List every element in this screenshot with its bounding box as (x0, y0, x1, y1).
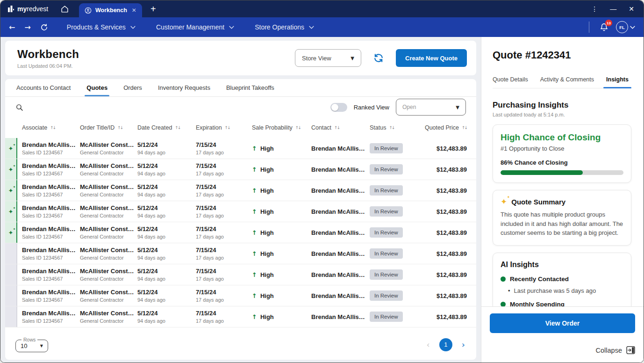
cell-primary-text: Brendan McAllis… (22, 141, 80, 148)
window-menu-icon[interactable]: ⋮ (591, 5, 598, 13)
status-filter-select[interactable]: Open ▼ (396, 99, 466, 116)
ai-insights-title: AI Insights (501, 261, 623, 269)
cell-primary-text: McAllister Const… (80, 141, 137, 148)
store-view-select[interactable]: Store View ▼ (295, 49, 361, 67)
browser-titlebar: myredvest Workbench ✕ + ⋮ — ✕ (0, 0, 644, 17)
column-header-date-created[interactable]: Date Created↑↓ (137, 124, 196, 131)
quoted-price-cell: $12,483.89 (412, 250, 476, 257)
column-header-contact[interactable]: Contact↑↓ (311, 124, 370, 131)
probability-text: High (260, 166, 274, 173)
cell-secondary-text: 94 days ago (137, 255, 196, 261)
tab-accounts-to-contact[interactable]: Accounts to Contact (16, 79, 71, 96)
home-icon[interactable] (57, 5, 72, 13)
table-row[interactable]: ✦Brendan McAllis…Sales ID 1234567McAllis… (5, 180, 476, 201)
table-row[interactable]: Brendan McAllis…Sales ID 1234567McAllist… (5, 264, 476, 285)
table-cell: McAllister Const…General Contractor (80, 204, 137, 218)
page-number[interactable]: 1 (439, 338, 452, 351)
ranked-view-toggle[interactable] (330, 103, 347, 112)
table-cell: McAllister Const…General Contractor (80, 289, 137, 303)
tab-orders[interactable]: Orders (123, 79, 142, 96)
nav-menu-products-services[interactable]: Products & Services (67, 23, 136, 31)
browser-tab-workbench[interactable]: Workbench ✕ (79, 3, 142, 17)
status-cell: In Review (370, 185, 412, 196)
cell-primary-text: 5/12/24 (137, 141, 196, 148)
sort-icon: ↑↓ (334, 125, 339, 130)
window-minimize-icon[interactable]: — (610, 5, 616, 13)
table-row[interactable]: ✦Brendan McAllis…Sales ID 1234567McAllis… (5, 138, 476, 159)
cell-secondary-text: 17 days ago (196, 150, 252, 155)
view-order-button[interactable]: View Order (490, 313, 635, 333)
table-row[interactable]: Brendan McAllis…Sales ID 1234567McAllist… (5, 306, 476, 327)
page-header: Workbench Last Updated 06:04 PM. Store V… (5, 41, 476, 75)
nav-menu-customer-management[interactable]: Customer Management (156, 23, 234, 31)
column-header-status[interactable]: Status↑↓ (370, 124, 412, 131)
cell-primary-text: Brendan McAllis… (311, 229, 370, 236)
cell-secondary-text: Sales ID 1234567 (22, 213, 80, 218)
quoted-price-cell: $12,483.89 (412, 229, 476, 236)
table-cell: 5/12/2494 days ago (137, 204, 196, 218)
sort-icon: ↑↓ (225, 125, 230, 130)
rows-per-page-select[interactable]: Rows 10 ▼ (15, 337, 48, 352)
new-tab-icon[interactable]: + (150, 4, 156, 14)
panel-tab-insights[interactable]: Insights (606, 76, 629, 88)
tab-quotes[interactable]: Quotes (86, 79, 107, 96)
table-cell: 5/12/2494 days ago (137, 183, 196, 197)
sort-icon: ↑↓ (295, 125, 301, 130)
cell-secondary-text: General Contractor (80, 171, 137, 176)
back-icon[interactable]: ← (9, 23, 15, 32)
green-dot-icon (501, 276, 506, 282)
panel-tab-activity-comments[interactable]: Activity & Comments (540, 76, 594, 88)
table-cell: 5/12/2494 days ago (137, 310, 196, 324)
column-header-expiration[interactable]: Expiration↑↓ (196, 124, 252, 131)
table-row[interactable]: Brendan McAllis…Sales ID 1234567McAllist… (5, 243, 476, 264)
cell-secondary-text: 94 days ago (137, 318, 196, 324)
refresh-icon[interactable] (373, 53, 384, 63)
cell-secondary-text: 17 days ago (196, 234, 252, 240)
table-cell: Brendan McAllis… (311, 145, 370, 152)
sale-probability-cell: ↑High (252, 250, 311, 257)
create-new-quote-button[interactable]: Create New Quote (396, 49, 467, 67)
column-label: Contact (311, 124, 331, 131)
status-cell: In Review (370, 269, 412, 280)
forward-icon[interactable]: → (24, 23, 30, 32)
trend-up-icon: ↑ (252, 292, 257, 299)
next-page-icon[interactable]: › (462, 340, 465, 349)
quoted-price-cell: $12,483.89 (412, 208, 476, 215)
dropdown-arrow-icon: ▼ (456, 105, 459, 110)
tab-close-icon[interactable]: ✕ (132, 7, 136, 14)
tab-inventory-requests[interactable]: Inventory Requests (158, 79, 210, 96)
table-cell: Brendan McAllis…Sales ID 1234567 (22, 204, 80, 218)
nav-menu-store-operations[interactable]: Store Operations (255, 23, 314, 31)
previous-page-icon[interactable]: ‹ (427, 340, 430, 349)
sale-probability-cell: ↑High (252, 271, 311, 278)
cell-primary-text: McAllister Const… (80, 289, 137, 296)
probability-text: High (260, 250, 274, 257)
table-cell: Brendan McAllis… (311, 187, 370, 194)
store-view-value: Store View (302, 55, 331, 62)
cell-secondary-text: Sales ID 1234567 (22, 234, 80, 240)
tab-blueprint-takeoffs[interactable]: Blueprint Takeoffs (226, 79, 274, 96)
account-menu[interactable]: FL (616, 21, 635, 33)
table-row[interactable]: ✦Brendan McAllis…Sales ID 1234567McAllis… (5, 201, 476, 222)
table-row[interactable]: ✦Brendan McAllis…Sales ID 1234567McAllis… (5, 159, 476, 180)
table-row[interactable]: Brendan McAllis…Sales ID 1234567McAllist… (5, 285, 476, 306)
collapse-panel-button[interactable]: Collapse (490, 346, 635, 354)
cell-primary-text: McAllister Const… (80, 204, 137, 211)
cell-primary-text: 7/15/24 (196, 310, 252, 317)
notifications-bell-icon[interactable]: 13 (600, 22, 608, 32)
column-header-order-title-id[interactable]: Order Title/ID↑↓ (80, 124, 137, 131)
column-header-associate[interactable]: Associate↑↓ (22, 124, 80, 131)
table-cell: 5/12/2494 days ago (137, 141, 196, 155)
search-icon[interactable] (15, 103, 23, 111)
panel-tab-quote-details[interactable]: Quote Details (493, 76, 528, 88)
column-header-quoted-price[interactable]: Quoted Price↑↓ (412, 124, 476, 131)
table-cell: McAllister Const…General Contractor (80, 225, 137, 240)
cell-secondary-text: 94 days ago (137, 276, 196, 282)
table-row[interactable]: ✦Brendan McAllis…Sales ID 1234567McAllis… (5, 222, 476, 243)
cell-secondary-text: 17 days ago (196, 171, 252, 176)
window-close-icon[interactable]: ✕ (629, 5, 634, 13)
status-cell: In Review (370, 248, 412, 259)
cell-primary-text: Brendan McAllis… (22, 247, 80, 254)
column-header-sale-probability[interactable]: Sale Probability↑↓ (252, 124, 311, 131)
reload-icon[interactable] (40, 23, 48, 31)
